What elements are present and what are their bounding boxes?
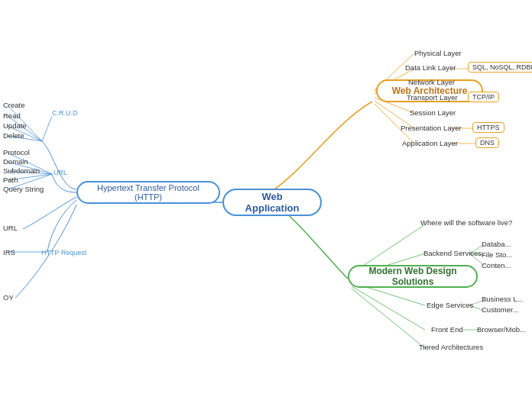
content-leaf: Conten... [482, 261, 511, 270]
url2-label: URL [3, 224, 18, 232]
crud-label: C.R.U.D [52, 109, 78, 117]
modern-web-label: Modern Web Design Solutions [360, 266, 466, 287]
svg-line-32 [352, 289, 425, 348]
create-label: Create [3, 101, 25, 109]
physical-layer: Physical Layer [414, 49, 462, 57]
http-node-label: Hypertext Transfer Protocol (HTTP) [87, 183, 209, 202]
center-node[interactable]: Web Application [222, 189, 322, 216]
customer-leaf: Customer... [482, 305, 519, 314]
update-label: Update [3, 121, 27, 130]
datalink-layer: Data Link Layer [405, 63, 456, 72]
transport-extra: TCP/IP [468, 92, 499, 102]
svg-line-30 [352, 286, 425, 330]
http-req-label: HTTP Request [41, 249, 86, 257]
querystring-label: Query String [3, 185, 44, 193]
browser-leaf: Browser/Mob... [477, 325, 526, 334]
center-node-label: Web Application [236, 191, 308, 214]
application-extra: DNS [475, 137, 499, 148]
frontend-label: Front End [431, 325, 463, 334]
svg-line-4 [42, 116, 52, 141]
edge-services: Edge Services [427, 301, 473, 309]
oy-label: OY [3, 293, 14, 302]
irs-label: IRS [3, 248, 15, 257]
database-leaf: Databa... [482, 240, 511, 248]
domain-label: Domain [3, 157, 28, 166]
backend-services: Backend Services [423, 249, 482, 257]
presentation-extra: HTTPS [472, 122, 504, 133]
subdomain-label: Subdomain [3, 166, 40, 175]
modern-web-node[interactable]: Modern Web Design Solutions [348, 265, 478, 288]
mindmap-canvas: Web Application Hypertext Transfer Proto… [0, 0, 532, 397]
filestorage-leaf: File Sto... [482, 250, 512, 259]
network-layer: Network Layer [408, 78, 455, 86]
url-label: URL [54, 169, 67, 176]
application-layer: Application Layer [402, 139, 458, 147]
http-node[interactable]: Hypertext Transfer Protocol (HTTP) [76, 181, 220, 204]
presentation-layer: Presentation Layer [401, 124, 462, 132]
where-software: Where will the software live? [420, 218, 512, 227]
tiered-arch: Tiered Architectures [419, 343, 483, 351]
transport-layer: Transport Layer [407, 93, 458, 102]
datalink-extra: SQL, NoSQL, RDBMs [468, 62, 532, 73]
business-leaf: Business L... [482, 295, 523, 303]
protocol-label: Protocol [3, 148, 30, 157]
delete-label: Delete [3, 131, 24, 140]
path-label: Path [3, 176, 18, 184]
session-layer: Session Layer [410, 108, 456, 117]
read-label: Read [3, 111, 21, 120]
